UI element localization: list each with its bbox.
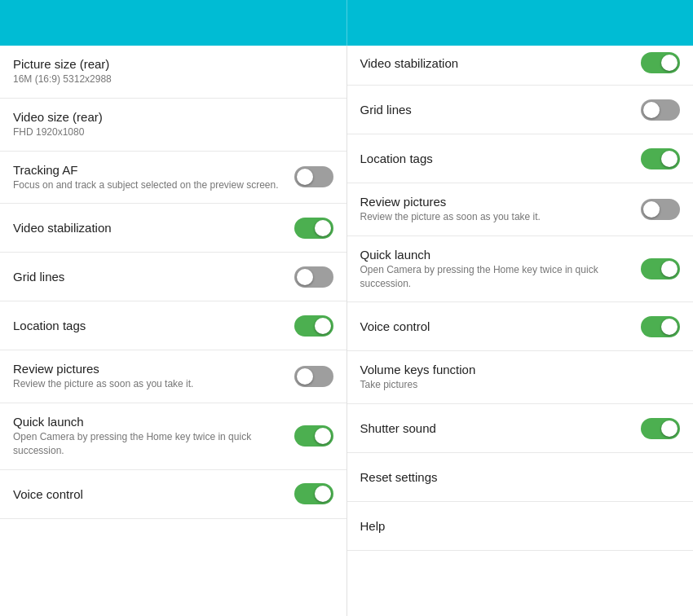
setting-item-shutter-sound[interactable]: Shutter sound ON — [347, 404, 694, 453]
setting-item-location-tags-r[interactable]: Location tags ON — [347, 134, 694, 183]
setting-sublabel-quick-launch: Open Camera by pressing the Home key twi… — [13, 430, 285, 458]
toggle-label: ON — [665, 323, 677, 331]
setting-item-review-pictures[interactable]: Review pictures Review the picture as so… — [0, 350, 346, 403]
setting-content-grid-lines-r: Grid lines — [360, 103, 642, 117]
toggle-wrapper[interactable]: ON — [294, 425, 333, 447]
setting-sublabel-quick-launch-r: Open Camera by pressing the Home key twi… — [360, 263, 632, 291]
setting-item-location-tags[interactable]: Location tags ON — [0, 301, 346, 350]
setting-content-quick-launch: Quick launch Open Camera by pressing the… — [13, 415, 294, 458]
setting-item-picture-size: Picture size (rear) 16M (16:9) 5312x2988 — [0, 46, 346, 99]
setting-item-grid-lines-r[interactable]: Grid lines OFF — [347, 86, 694, 134]
toggle-wrapper[interactable]: ON — [294, 483, 333, 504]
setting-label-help: Help — [360, 519, 671, 533]
toggle-label: ON — [665, 425, 677, 433]
setting-content-help: Help — [360, 519, 681, 533]
partial-setting-item: Video stabilization ON — [347, 46, 694, 86]
setting-sublabel-picture-size: 16M (16:9) 5312x2988 — [13, 73, 324, 86]
setting-item-volume-keys: Volume keys function Take pictures — [347, 351, 694, 404]
setting-content-voice-control: Voice control — [13, 487, 294, 501]
setting-item-voice-control-r[interactable]: Voice control ON — [347, 302, 694, 351]
setting-item-video-size: Video size (rear) FHD 1920x1080 — [0, 99, 346, 152]
setting-label-voice-control: Voice control — [13, 487, 285, 501]
setting-content-review-pictures: Review pictures Review the picture as so… — [13, 362, 294, 391]
toggle-wrapper[interactable]: OFF — [294, 166, 333, 187]
toggle-wrapper[interactable]: ON — [641, 258, 680, 279]
setting-sublabel-tracking-af: Focus on and track a subject selected on… — [13, 178, 285, 192]
setting-label-location-tags-r: Location tags — [360, 152, 632, 165]
setting-label-voice-control-r: Voice control — [360, 319, 632, 333]
toggle-wrapper[interactable]: ON — [641, 316, 680, 337]
toggle-label: ON — [665, 155, 677, 163]
setting-label-grid-lines: Grid lines — [13, 270, 285, 284]
setting-content-grid-lines: Grid lines — [13, 270, 294, 284]
setting-label-volume-keys: Volume keys function — [360, 363, 671, 376]
setting-label-reset-settings: Reset settings — [360, 470, 671, 484]
setting-label-tracking-af: Tracking AF — [13, 163, 285, 177]
setting-label-video-stabilization: Video stabilization — [13, 221, 285, 235]
setting-label-quick-launch: Quick launch — [13, 415, 285, 429]
setting-sublabel-review-pictures: Review the picture as soon as you take i… — [13, 377, 285, 391]
setting-item-grid-lines[interactable]: Grid lines OFF — [0, 253, 346, 301]
setting-sublabel-review-pictures-r: Review the picture as soon as you take i… — [360, 210, 632, 224]
toggle-label: OFF — [298, 372, 313, 381]
setting-content-shutter-sound: Shutter sound — [360, 421, 642, 435]
toggle-label: ON — [665, 265, 677, 273]
left-settings-panel: Picture size (rear) 16M (16:9) 5312x2988… — [0, 46, 347, 616]
setting-sublabel-volume-keys: Take pictures — [360, 378, 671, 392]
setting-item-quick-launch[interactable]: Quick launch Open Camera by pressing the… — [0, 403, 346, 470]
setting-label-video-size: Video size (rear) — [13, 110, 324, 124]
setting-sublabel-video-size: FHD 1920x1080 — [13, 125, 324, 139]
setting-content-video-size: Video size (rear) FHD 1920x1080 — [13, 110, 333, 139]
toggle-wrapper[interactable]: ON — [641, 52, 680, 73]
setting-item-help: Help — [347, 502, 694, 551]
setting-item-review-pictures-r[interactable]: Review pictures Review the picture as so… — [347, 183, 694, 236]
setting-label-quick-launch-r: Quick launch — [360, 248, 632, 262]
toggle-wrapper[interactable]: ON — [294, 315, 333, 337]
toggle-label: OFF — [298, 273, 313, 281]
toggle-label: OFF — [645, 106, 660, 114]
setting-label-shutter-sound: Shutter sound — [360, 421, 632, 435]
partial-item-content: Video stabilization — [360, 56, 642, 70]
setting-label-location-tags: Location tags — [13, 319, 285, 332]
setting-content-voice-control-r: Voice control — [360, 319, 642, 333]
left-header-panel — [0, 0, 347, 46]
toggle-wrapper[interactable]: OFF — [641, 99, 680, 121]
toggle-label: OFF — [298, 173, 313, 181]
content-row: Picture size (rear) 16M (16:9) 5312x2988… — [0, 46, 693, 616]
right-settings-panel: Video stabilization ON Grid lines OFF L — [347, 46, 694, 616]
setting-label-review-pictures-r: Review pictures — [360, 195, 632, 209]
toggle-wrapper[interactable]: ON — [641, 148, 680, 169]
toggle-label: ON — [318, 490, 329, 498]
toggle-label: ON — [318, 432, 329, 440]
right-header-panel — [347, 0, 694, 46]
setting-label-picture-size: Picture size (rear) — [13, 57, 324, 71]
toggle-wrapper[interactable]: OFF — [641, 199, 680, 220]
toggle-wrapper[interactable]: OFF — [294, 366, 333, 387]
setting-content-review-pictures-r: Review pictures Review the picture as so… — [360, 195, 642, 224]
setting-content-location-tags-r: Location tags — [360, 152, 642, 165]
setting-content-location-tags: Location tags — [13, 319, 294, 332]
toggle-label: ON — [665, 59, 677, 67]
setting-item-quick-launch-r[interactable]: Quick launch Open Camera by pressing the… — [347, 236, 694, 303]
setting-content-video-stabilization: Video stabilization — [13, 221, 294, 235]
setting-content-tracking-af: Tracking AF Focus on and track a subject… — [13, 163, 294, 192]
setting-content-picture-size: Picture size (rear) 16M (16:9) 5312x2988 — [13, 57, 333, 86]
toggle-wrapper[interactable]: ON — [641, 418, 680, 439]
setting-content-volume-keys: Volume keys function Take pictures — [360, 363, 681, 392]
toggle-wrapper[interactable]: OFF — [294, 266, 333, 288]
partial-item-label: Video stabilization — [360, 56, 632, 70]
toggle-label: ON — [318, 322, 329, 330]
setting-label-grid-lines-r: Grid lines — [360, 103, 632, 117]
setting-item-reset-settings: Reset settings — [347, 453, 694, 502]
toggle-wrapper[interactable]: ON — [294, 218, 333, 239]
toggle-label: OFF — [645, 205, 660, 213]
setting-content-quick-launch-r: Quick launch Open Camera by pressing the… — [360, 248, 642, 291]
setting-item-voice-control[interactable]: Voice control ON — [0, 470, 346, 519]
toggle-label: ON — [318, 224, 329, 232]
setting-item-tracking-af[interactable]: Tracking AF Focus on and track a subject… — [0, 152, 346, 205]
setting-label-review-pictures: Review pictures — [13, 362, 285, 376]
header-row — [0, 0, 693, 46]
setting-item-video-stabilization[interactable]: Video stabilization ON — [0, 204, 346, 253]
setting-content-reset-settings: Reset settings — [360, 470, 681, 484]
